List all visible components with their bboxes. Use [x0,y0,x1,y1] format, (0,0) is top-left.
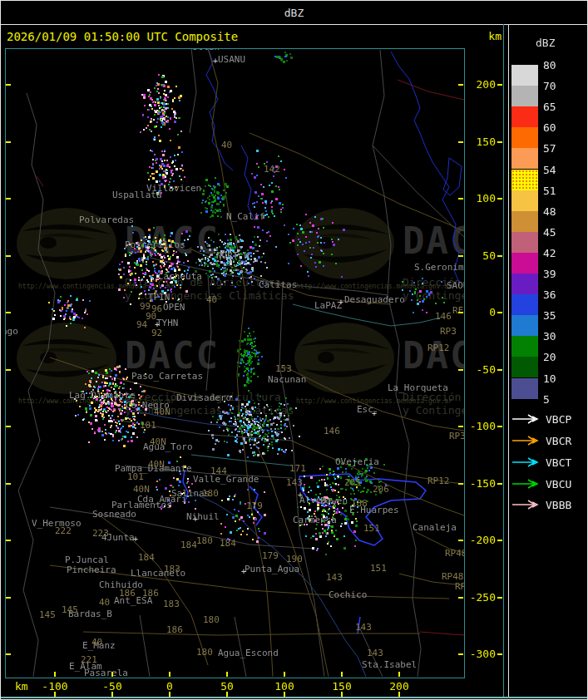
place-label: Catitas [259,280,297,289]
colorbar-swatch [511,106,538,127]
place-label: Pasarela [84,668,128,677]
road-label: 180 [196,648,213,657]
road-label: 101 [140,421,156,430]
colorbar-swatch [511,294,538,315]
colorbar-swatch [511,170,538,190]
legend-label: VBBB [546,500,571,510]
colorbar-swatch [511,65,538,86]
timestamp-label: 2026/01/09 01:50:00 UTC Composite [7,30,238,43]
place-label: OPEN [163,303,185,312]
road-label: 146 [435,312,452,321]
road-label: 145 [62,605,78,614]
road-label: 92 [151,328,162,338]
colorbar-boundary-label: 30 [543,331,556,342]
radar-map[interactable]: DACCDirección de Agriculturay Contingenc… [6,49,464,677]
colorbar-swatch [511,336,538,357]
road-label: 40 [91,638,102,647]
station-marker: + [372,411,377,417]
place-label: Lag.Diamante [69,391,135,400]
colorbar-swatch [511,127,538,148]
place-label: Nihuil [186,512,220,521]
colorbar-swatch [511,357,538,377]
road-label: 151 [370,564,387,573]
colorbar-swatch [511,274,538,294]
legend-label: VBCR [546,436,571,446]
place-label: Cacheuta [158,272,202,281]
title-bar: dBZ [0,0,588,25]
colorbar-swatch [511,148,538,169]
colorbar-boundary-label: 45 [543,227,556,238]
window-title: dBZ [284,7,304,19]
station-marker: + [338,299,343,306]
colorbar-boundary-label: 57 [543,143,556,154]
place-label: Cochico [329,590,367,599]
road-label: 144 [210,466,227,476]
road-label: 143 [367,648,383,658]
road-label: 94 [136,320,147,329]
colorbar-boundary-label: 39 [543,269,556,279]
place-label: P.Juncal [65,555,109,564]
colorbar-swatch [511,378,538,399]
place-label: Canaleja [413,523,457,532]
place-label: Ullun [192,49,220,52]
colorbar-boundary-label: 65 [543,101,556,112]
place-label: Divisadero [176,393,231,402]
colorbar-boundary-label: 54 [543,165,556,175]
vbbb-arrow-icon [511,500,540,510]
station-marker: + [298,492,303,499]
place-label: SAOU [447,281,464,290]
road-label: 99 [140,302,151,311]
road-label: 40N [154,407,170,417]
road-label: 223 [92,529,109,538]
road-label: 143 [355,623,372,632]
place-label: OVejeria [335,457,379,466]
colorbar-title: dBZ [536,37,555,49]
place-label: Bowen [320,496,348,505]
station-marker: + [213,58,218,65]
colorbar-boundary-label: 80 [543,60,556,71]
radar-echo-layer [6,49,464,677]
colorbar-boundary-label: 70 [543,81,556,91]
legend-label: VBCP [546,414,571,425]
road-label: 40N [150,437,166,446]
colorbar-boundary-label: 48 [543,206,556,217]
colorbar-swatch [511,253,538,274]
panel-divider-teal [503,24,504,697]
place-label: Paso_Carretas [131,372,203,381]
road-label: 188 [351,499,368,508]
road-label: 184 [220,539,236,548]
y-axis-unit: km [473,31,502,42]
colorbar-swatch [511,211,538,232]
road-label: 151 [363,524,380,533]
road-label: 184 [138,553,155,562]
road-label: 40N [133,485,150,494]
place-label: Uspallata [112,190,162,200]
road-label: 179 [262,551,279,560]
road-label: 183 [163,599,180,609]
colorbar-swatch [511,86,538,106]
road-label: 143 [286,478,303,487]
place-label: La_Horqueta [388,383,448,392]
place-label: Sta.Isabel [362,660,417,669]
radar-app-window: dBZ 2026/01/09 01:50:00 UTC Composite km… [0,0,588,700]
x-axis-unit: km [15,681,28,692]
place-label: Punta_Agua [245,564,299,574]
colorbar-boundary-label: 20 [543,352,556,362]
road-label: 186 [142,589,159,598]
place-label: Pincheira [67,565,116,574]
station-marker: + [155,322,160,328]
place-label: Carmensa [293,515,337,525]
colorbar-boundary-label: 51 [543,185,556,196]
legend-label: VBCU [546,479,571,490]
colorbar-swatch [511,232,538,253]
place-label: Desaguadero [344,295,405,304]
place-label: Potrerillos [125,240,185,249]
road-label: 184 [180,540,197,550]
bottom-border-line [1,697,587,698]
road-label: 142 [264,165,280,174]
road-label: 205 [344,478,361,487]
colorbar-boundary-label: 5 [543,394,550,405]
colorbar-boundary-label: 36 [543,289,556,300]
colorbar-boundary-label: 42 [543,248,556,259]
road-label: 40N [148,460,165,469]
